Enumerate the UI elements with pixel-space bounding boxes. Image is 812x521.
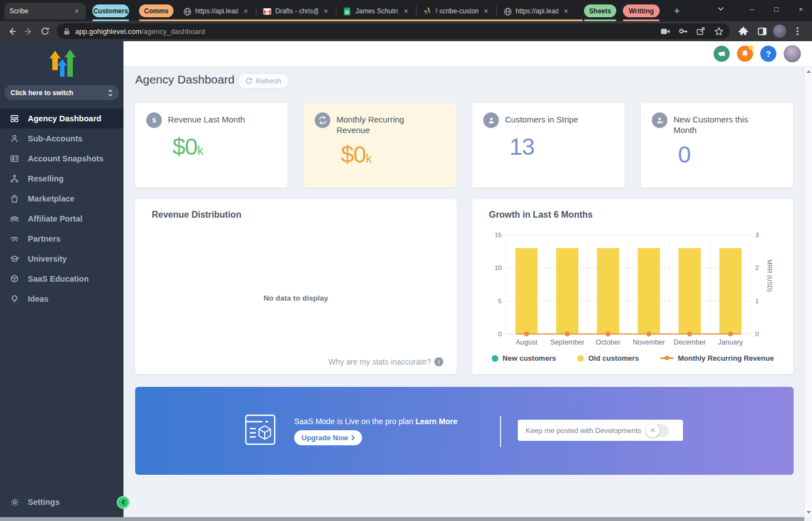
window-close-button[interactable]: ×	[791, 0, 811, 18]
sidebar-item-sub-accounts[interactable]: Sub-Accounts	[0, 129, 123, 149]
toggle-knob-close-icon: ✕	[646, 424, 660, 438]
browser-tab[interactable]: Drafts - chris@×	[258, 3, 335, 19]
tab-close-icon[interactable]: ×	[482, 7, 490, 16]
browser-tab[interactable]: James Schutrop×	[338, 3, 415, 19]
legend-item-old-customers[interactable]: Old customers	[577, 354, 639, 362]
tab-search-chevron-icon[interactable]	[711, 0, 731, 18]
upgrade-now-button[interactable]: Upgrade Now	[294, 430, 362, 445]
upgrade-now-label: Upgrade Now	[301, 434, 348, 442]
sidebar-item-label: Account Snapshots	[28, 154, 103, 163]
browser-tab[interactable]: Scribe×	[4, 3, 86, 19]
tab-close-icon[interactable]: ×	[73, 7, 81, 16]
scroll-up-arrow-icon[interactable]	[805, 68, 812, 75]
chevron-right-icon	[351, 435, 355, 441]
address-bar[interactable]: app.gohighlevel.com/agency_dashboard	[57, 23, 730, 39]
sidebar-item-affiliate-portal[interactable]: Affiliate Portal	[0, 209, 123, 229]
sidebar-collapse-button[interactable]	[117, 496, 130, 509]
legend-item-new-customers[interactable]: New customers	[492, 354, 556, 362]
key-icon[interactable]	[675, 23, 691, 39]
sidebar-item-reselling[interactable]: Reselling	[0, 169, 123, 189]
scroll-down-arrow-icon[interactable]	[805, 509, 812, 516]
sidebar-item-partners[interactable]: Partners	[0, 229, 123, 249]
svg-text:3: 3	[755, 232, 759, 238]
stat-card-monthly-recurring-revenue: Monthly Recurring Revenue$0k	[304, 103, 456, 188]
back-icon[interactable]	[3, 23, 20, 40]
stat-label: Revenue Last Month	[168, 112, 245, 125]
side-panel-icon[interactable]	[754, 23, 770, 39]
tab-group-sheets[interactable]: Sheets	[584, 4, 616, 17]
tab-divider	[336, 6, 336, 16]
reload-icon[interactable]	[37, 23, 53, 40]
sidebar-item-label: Partners	[28, 234, 61, 243]
legend-marker	[577, 355, 584, 362]
window-maximize-button[interactable]: □	[766, 0, 786, 18]
extensions-puzzle-icon[interactable]	[735, 23, 751, 39]
tab-close-icon[interactable]: ×	[402, 7, 410, 16]
learn-more-link[interactable]: Learn More	[415, 417, 457, 426]
tab-close-icon[interactable]: ×	[562, 7, 570, 16]
stats-inaccurate-link[interactable]: Why are my stats inaccurate? i	[329, 357, 443, 366]
slack-icon	[423, 7, 432, 16]
tab-close-icon[interactable]: ×	[322, 7, 330, 16]
chart-legend: New customersOld customersMonthly Recurr…	[472, 354, 793, 362]
svg-text:15: 15	[494, 232, 502, 238]
dashboard-icon	[9, 114, 19, 124]
user-avatar[interactable]	[784, 45, 801, 62]
tab-group-comms[interactable]: Comms	[139, 4, 174, 17]
refresh-button[interactable]: Refresh	[237, 73, 289, 89]
stat-label: Monthly Recurring Revenue	[336, 112, 431, 136]
bell-icon	[741, 50, 749, 58]
forward-icon[interactable]	[20, 23, 37, 40]
sidebar-item-label: Sub-Accounts	[28, 134, 82, 143]
horizontal-scrollbar[interactable]	[0, 517, 804, 521]
sidebar-item-account-snapshots[interactable]: Account Snapshots	[0, 149, 123, 169]
tab-label: James Schutrop	[355, 7, 398, 15]
announcements-button[interactable]	[714, 46, 730, 62]
help-button[interactable]: ?	[760, 46, 776, 62]
stat-value: $0k	[172, 134, 276, 160]
browser-tab[interactable]: ! scribe-custom×	[418, 3, 495, 19]
vertical-scrollbar[interactable]	[804, 67, 812, 517]
account-switcher[interactable]: Click here to switch	[4, 85, 119, 100]
svg-text:August: August	[516, 338, 537, 346]
newsletter-optin: Keep me posted with Developments ✕	[518, 420, 683, 441]
sidebar-item-university[interactable]: University	[0, 249, 123, 269]
browser-profile-avatar[interactable]	[773, 24, 786, 38]
sidebar-item-agency-dashboard[interactable]: Agency Dashboard	[0, 109, 123, 129]
share-icon[interactable]	[693, 23, 709, 39]
tab-group-customers[interactable]: Customers	[92, 4, 129, 17]
lock-icon	[63, 28, 70, 35]
question-mark-icon: ?	[766, 49, 771, 58]
window-minimize-button[interactable]: –	[742, 0, 762, 18]
stats-row: $Revenue Last Month$0kMonthly Recurring …	[135, 103, 793, 188]
bookmark-star-icon[interactable]	[711, 23, 726, 39]
sidebar-item-settings[interactable]: Settings	[0, 492, 123, 512]
sidebar-item-marketplace[interactable]: Marketplace	[0, 189, 123, 209]
tab-group-writting[interactable]: Writting	[623, 4, 660, 17]
stat-value: 13	[509, 134, 613, 160]
svg-text:January: January	[718, 338, 743, 346]
tab-label: Drafts - chris@	[275, 7, 318, 15]
sheets-icon	[343, 7, 351, 16]
sidebar-item-label: Settings	[28, 498, 60, 507]
tab-label: https://api.lead	[195, 7, 238, 15]
tab-close-icon[interactable]: ×	[242, 7, 250, 16]
newsletter-toggle[interactable]: ✕	[646, 424, 669, 437]
new-tab-button[interactable]: +	[670, 4, 684, 18]
legend-item-monthly-recurring-revenue[interactable]: Monthly Recurring Revenue	[660, 354, 774, 362]
sidebar-item-saas-education[interactable]: SaaS Education	[0, 269, 123, 289]
camera-icon[interactable]	[657, 23, 673, 39]
legend-label: Monthly Recurring Revenue	[678, 354, 774, 362]
stat-card-new-customers-this-month: New Customers this Month0	[641, 103, 793, 188]
globe-icon	[183, 7, 191, 16]
sidebar-item-ideas[interactable]: Ideas	[0, 289, 123, 309]
stat-value: 0	[678, 141, 782, 168]
browser-tab[interactable]: https://api.lead×	[178, 3, 255, 19]
browser-tab[interactable]: https://api.lead×	[498, 3, 575, 19]
cube-icon	[9, 274, 19, 284]
notifications-button[interactable]	[737, 46, 753, 62]
svg-text:0: 0	[755, 331, 759, 337]
banner-message: SaaS Mode is Live on the pro planLearn M…	[294, 417, 458, 426]
browser-menu-kebab-icon[interactable]	[790, 23, 805, 39]
globe-icon	[503, 7, 512, 16]
